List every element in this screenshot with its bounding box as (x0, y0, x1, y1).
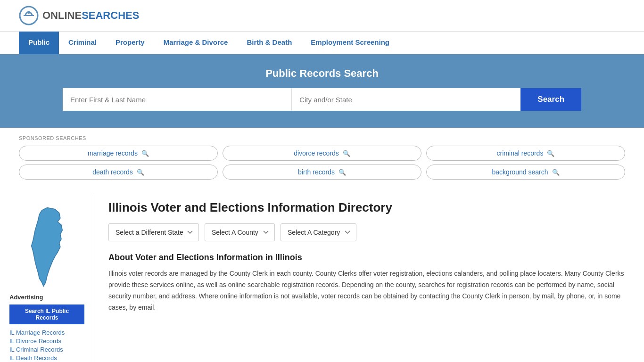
search-form: Search (63, 88, 581, 111)
about-text: Illinois voter records are managed by th… (108, 268, 630, 313)
sidebar-link-marriage[interactable]: IL Marriage Records (9, 329, 84, 336)
sponsored-label: SPONSORED SEARCHES (19, 135, 625, 141)
logo-text: ONLINESEARCHES (42, 9, 139, 22)
body-layout: Advertising Search IL Public Records IL … (0, 193, 644, 362)
pill-background-search[interactable]: background search 🔍 (426, 165, 625, 180)
search-il-button[interactable]: Search IL Public Records (9, 304, 84, 324)
state-dropdown[interactable]: Select a Different State (108, 223, 199, 241)
illinois-map (24, 205, 71, 289)
advertising-label: Advertising (9, 294, 84, 301)
about-title: About Voter and Elections Information in… (108, 253, 630, 263)
logo-icon (19, 6, 39, 25)
pill-marriage-records[interactable]: marriage records 🔍 (19, 146, 218, 161)
nav-bar: Public Criminal Property Marriage & Divo… (0, 31, 644, 54)
nav-property[interactable]: Property (106, 32, 154, 54)
search-button[interactable]: Search (520, 88, 581, 111)
search-icon-6: 🔍 (552, 169, 560, 176)
pill-death-records[interactable]: death records 🔍 (19, 165, 218, 180)
nav-criminal[interactable]: Criminal (59, 32, 106, 54)
sidebar-link-divorce[interactable]: IL Divorce Records (9, 337, 84, 345)
svg-point-1 (27, 11, 30, 14)
search-banner-title: Public Records Search (19, 67, 625, 80)
sponsored-section: SPONSORED SEARCHES marriage records 🔍 di… (0, 128, 644, 193)
sidebar-link-criminal[interactable]: IL Criminal Records (9, 346, 84, 353)
pills-row-2: death records 🔍 birth records 🔍 backgrou… (19, 165, 625, 180)
nav-marriage-divorce[interactable]: Marriage & Divorce (154, 32, 238, 54)
location-input[interactable] (292, 88, 520, 111)
dropdowns-row: Select a Different State Select A County… (108, 223, 630, 241)
search-banner: Public Records Search Search (0, 54, 644, 128)
search-icon-4: 🔍 (137, 169, 144, 176)
nav-employment[interactable]: Employment Screening (301, 32, 399, 54)
county-dropdown[interactable]: Select A County (205, 223, 275, 241)
pill-criminal-records[interactable]: criminal records 🔍 (426, 146, 625, 161)
search-icon-5: 🔍 (339, 169, 346, 176)
pill-birth-records[interactable]: birth records 🔍 (223, 165, 421, 180)
pills-row-1: marriage records 🔍 divorce records 🔍 cri… (19, 146, 625, 161)
category-dropdown[interactable]: Select A Category (281, 223, 356, 241)
main-content: Illinois Voter and Elections Information… (94, 193, 644, 362)
search-icon-2: 🔍 (343, 150, 350, 157)
header: ONLINESEARCHES (0, 0, 644, 31)
logo: ONLINESEARCHES (19, 6, 139, 25)
nav-birth-death[interactable]: Birth & Death (237, 32, 301, 54)
search-icon-1: 🔍 (141, 150, 149, 157)
nav-public[interactable]: Public (19, 32, 59, 54)
directory-title: Illinois Voter and Elections Information… (108, 200, 630, 215)
pill-divorce-records[interactable]: divorce records 🔍 (223, 146, 421, 161)
search-icon-3: 🔍 (547, 150, 554, 157)
sidebar-link-death[interactable]: IL Death Records (9, 354, 84, 362)
name-input[interactable] (63, 88, 292, 111)
sidebar: Advertising Search IL Public Records IL … (0, 193, 94, 362)
